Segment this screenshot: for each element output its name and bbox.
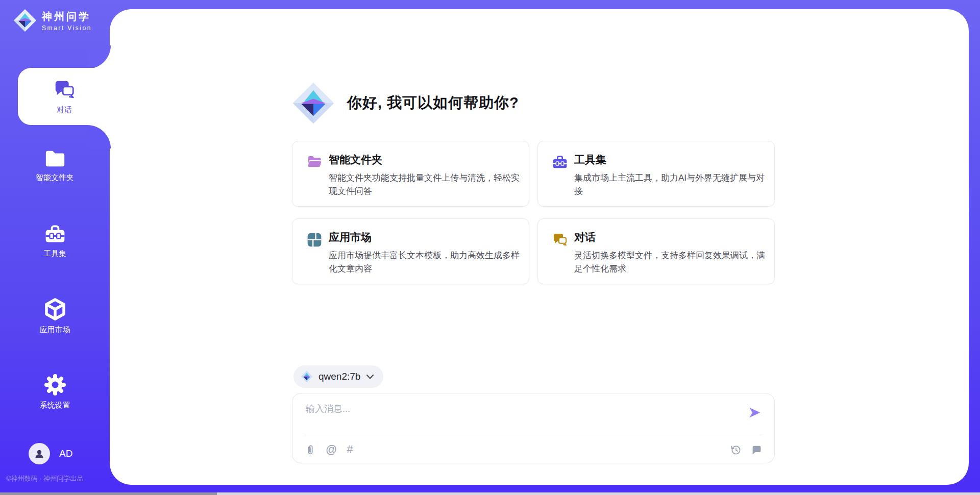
avatar: [29, 443, 50, 464]
person-icon: [33, 448, 45, 460]
card-title: 对话: [574, 230, 762, 244]
card-title: 智能文件夹: [329, 153, 517, 167]
brand-diamond-icon: [13, 8, 37, 33]
chat-icon: [53, 78, 76, 102]
sidebar-item-smart-folders[interactable]: 智能文件夹: [0, 148, 110, 183]
card-description: 应用市场提供丰富长文本模板，助力高效生成多样化文章内容: [329, 249, 524, 276]
folder-icon: [43, 148, 67, 169]
card-toolkit[interactable]: 工具集 集成市场上主流工具，助力AI与外界无缝扩展与对接: [537, 141, 775, 207]
folder-icon: [306, 154, 323, 170]
feature-cards: 智能文件夹 智能文件夹功能支持批量文件上传与清洗，轻松实现文件问答 工具集 集成…: [292, 141, 775, 284]
chat-icon: [552, 232, 568, 248]
model-name: qwen2:7b: [318, 371, 360, 382]
card-title: 工具集: [574, 153, 762, 167]
user-name: AD: [59, 448, 72, 459]
card-description: 灵活切换多模型文件，支持多样回复效果调试，满足个性化需求: [574, 249, 769, 276]
composer-left-tools: @ #: [305, 443, 353, 456]
composer-divider: [305, 435, 762, 435]
send-icon: [748, 406, 762, 419]
send-button[interactable]: [748, 406, 762, 419]
sidebar-item-app-market[interactable]: 应用市场: [0, 297, 110, 335]
card-app-market[interactable]: 应用市场 应用市场提供丰富长文本模板，助力高效生成多样化文章内容: [292, 218, 529, 284]
card-description: 集成市场上主流工具，助力AI与外界无缝扩展与对接: [574, 171, 769, 198]
card-smart-folders[interactable]: 智能文件夹 智能文件夹功能支持批量文件上传与清洗，轻松实现文件问答: [292, 141, 529, 207]
gear-icon: [43, 373, 67, 397]
brand-text: 神州问学 Smart Vision: [42, 10, 92, 32]
sidebar-item-label: 应用市场: [40, 325, 70, 335]
user-profile[interactable]: AD: [29, 443, 72, 464]
card-description: 智能文件夹功能支持批量文件上传与清洗，轻松实现文件问答: [329, 171, 524, 198]
card-title: 应用市场: [329, 230, 517, 244]
history-icon[interactable]: [730, 444, 742, 456]
sidebar-item-label: 对话: [57, 105, 72, 115]
app-logo: 神州问学 Smart Vision: [13, 8, 92, 33]
brand-subtitle: Smart Vision: [42, 24, 92, 32]
copyright-footer: ©神州数码 · 神州问学出品: [6, 474, 83, 483]
hash-icon[interactable]: #: [347, 444, 353, 455]
toolbox-icon: [43, 223, 67, 245]
composer-toolbar: @ #: [305, 441, 762, 458]
paperclip-icon[interactable]: [305, 443, 316, 456]
message-icon[interactable]: [751, 444, 762, 455]
sidebar-item-label: 智能文件夹: [36, 173, 74, 183]
card-chat[interactable]: 对话 灵活切换多模型文件，支持多样回复效果调试，满足个性化需求: [537, 218, 775, 284]
greeting-block: 你好, 我可以如何帮助你?: [292, 82, 519, 125]
cube-icon: [43, 297, 67, 321]
brand-name: 神州问学: [42, 10, 92, 23]
sidebar-item-settings[interactable]: 系统设置: [0, 373, 110, 410]
message-input[interactable]: [306, 403, 734, 429]
scrollbar-thumb[interactable]: [0, 492, 217, 495]
message-composer: @ #: [292, 393, 775, 463]
sidebar-item-label: 系统设置: [40, 401, 70, 410]
at-icon[interactable]: @: [326, 444, 337, 455]
model-selector[interactable]: qwen2:7b: [293, 365, 383, 388]
page-title: 你好, 我可以如何帮助你?: [347, 93, 519, 113]
composer-right-tools: [730, 444, 762, 456]
grid-icon: [306, 232, 323, 248]
model-diamond-icon: [301, 370, 313, 383]
chevron-down-icon: [366, 374, 374, 380]
brand-diamond-icon: [292, 82, 335, 125]
sidebar-item-toolkit[interactable]: 工具集: [0, 223, 110, 259]
horizontal-scrollbar[interactable]: [0, 492, 980, 495]
sidebar-item-label: 工具集: [43, 249, 66, 259]
main-panel: 你好, 我可以如何帮助你? 智能文件夹 智能文件夹功能支持批量文件上传与清洗，轻…: [110, 9, 969, 485]
toolbox-icon: [552, 154, 568, 170]
sidebar-item-chat[interactable]: 对话: [18, 68, 111, 125]
